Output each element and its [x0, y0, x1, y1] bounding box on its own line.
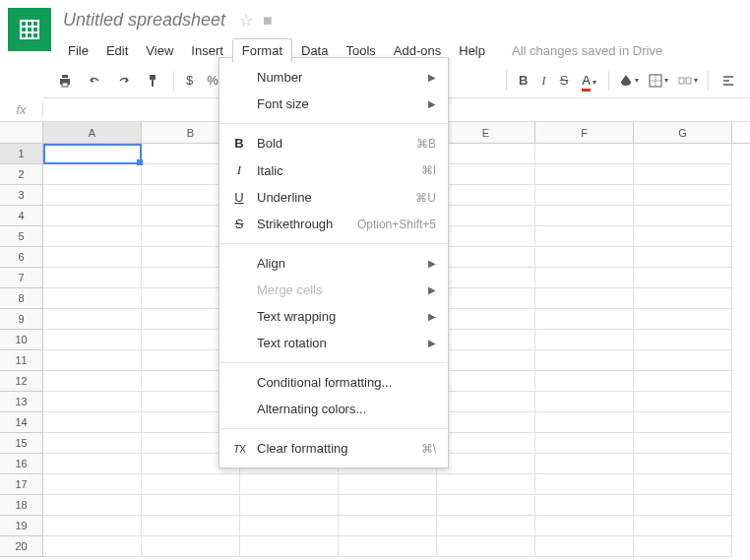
menu-format[interactable]: Format — [232, 38, 292, 63]
menu-item-italic[interactable]: IItalic⌘I — [219, 156, 448, 184]
row-header-9[interactable]: 9 — [0, 309, 43, 330]
cell-G8[interactable] — [634, 288, 732, 309]
row-header-13[interactable]: 13 — [0, 392, 43, 412]
sheets-logo[interactable] — [8, 8, 51, 51]
redo-button[interactable] — [110, 68, 138, 93]
row-header-19[interactable]: 19 — [0, 516, 43, 536]
document-title[interactable]: Untitled spreadsheet — [59, 8, 229, 32]
menu-item-text-wrapping[interactable]: Text wrapping▶ — [219, 303, 448, 330]
cell-C18[interactable] — [240, 495, 339, 516]
row-header-2[interactable]: 2 — [0, 164, 43, 185]
column-header-F[interactable]: F — [535, 122, 634, 143]
row-header-6[interactable]: 6 — [0, 247, 43, 268]
cell-F11[interactable] — [535, 350, 634, 371]
cell-G14[interactable] — [634, 412, 732, 433]
cell-F10[interactable] — [535, 330, 634, 350]
cell-G20[interactable] — [634, 536, 732, 557]
cell-F4[interactable] — [535, 206, 634, 226]
align-button[interactable] — [715, 68, 742, 93]
cell-C20[interactable] — [240, 536, 339, 557]
cell-G15[interactable] — [634, 433, 732, 454]
cell-A15[interactable] — [43, 433, 142, 454]
borders-button[interactable]: ▾ — [645, 68, 672, 93]
menu-item-alternating-colors-[interactable]: Alternating colors... — [219, 396, 448, 422]
print-button[interactable] — [51, 68, 79, 93]
cell-G12[interactable] — [634, 371, 732, 392]
row-header-17[interactable]: 17 — [0, 474, 43, 495]
cell-E16[interactable] — [437, 454, 535, 474]
menu-item-strikethrough[interactable]: SStrikethroughOption+Shift+5 — [219, 211, 448, 237]
folder-icon[interactable]: ■ — [263, 12, 273, 30]
cell-G16[interactable] — [634, 454, 732, 474]
cell-E20[interactable] — [437, 536, 535, 557]
cell-A17[interactable] — [43, 474, 142, 495]
cell-A4[interactable] — [43, 206, 142, 226]
menu-item-underline[interactable]: UUnderline⌘U — [219, 184, 448, 211]
cell-E10[interactable] — [437, 330, 535, 350]
menu-item-text-rotation[interactable]: Text rotation▶ — [219, 330, 448, 356]
cell-E1[interactable] — [437, 144, 535, 164]
cell-F6[interactable] — [535, 247, 634, 268]
cell-E4[interactable] — [437, 206, 535, 226]
cell-G18[interactable] — [634, 495, 732, 516]
row-header-16[interactable]: 16 — [0, 454, 43, 474]
star-icon[interactable]: ☆ — [239, 11, 253, 30]
cell-F8[interactable] — [535, 288, 634, 309]
column-header-A[interactable]: A — [43, 122, 142, 143]
cell-E11[interactable] — [437, 350, 535, 371]
cell-F19[interactable] — [535, 516, 634, 536]
cell-G11[interactable] — [634, 350, 732, 371]
cell-F5[interactable] — [535, 226, 634, 247]
select-all-corner[interactable] — [0, 122, 43, 143]
menu-item-clear-formatting[interactable]: TClear formatting⌘\ — [219, 435, 448, 462]
cell-E17[interactable] — [437, 474, 535, 495]
paint-format-button[interactable] — [140, 68, 167, 93]
menu-file[interactable]: File — [59, 39, 97, 62]
cell-G3[interactable] — [634, 185, 732, 206]
merge-button[interactable]: ▾ — [674, 68, 702, 93]
cell-F2[interactable] — [535, 164, 634, 185]
cell-A13[interactable] — [43, 392, 142, 412]
cell-A3[interactable] — [43, 185, 142, 206]
cell-A6[interactable] — [43, 247, 142, 268]
cell-E14[interactable] — [437, 412, 535, 433]
cell-B20[interactable] — [142, 536, 240, 557]
cell-A14[interactable] — [43, 412, 142, 433]
cell-E19[interactable] — [437, 516, 535, 536]
cell-A10[interactable] — [43, 330, 142, 350]
row-header-18[interactable]: 18 — [0, 495, 43, 516]
cell-A20[interactable] — [43, 536, 142, 557]
column-header-E[interactable]: E — [437, 122, 535, 143]
cell-G19[interactable] — [634, 516, 732, 536]
cell-F16[interactable] — [535, 454, 634, 474]
row-header-12[interactable]: 12 — [0, 371, 43, 392]
cell-C19[interactable] — [240, 516, 339, 536]
cell-B18[interactable] — [142, 495, 240, 516]
cell-A2[interactable] — [43, 164, 142, 185]
row-header-15[interactable]: 15 — [0, 433, 43, 454]
cell-G10[interactable] — [634, 330, 732, 350]
cell-A1[interactable] — [43, 144, 142, 164]
bold-button[interactable]: B — [513, 73, 533, 88]
cell-G2[interactable] — [634, 164, 732, 185]
cell-A7[interactable] — [43, 268, 142, 288]
undo-button[interactable] — [81, 68, 108, 93]
cell-A19[interactable] — [43, 516, 142, 536]
row-header-3[interactable]: 3 — [0, 185, 43, 206]
cell-G9[interactable] — [634, 309, 732, 330]
cell-E3[interactable] — [437, 185, 535, 206]
cell-G7[interactable] — [634, 268, 732, 288]
cell-F13[interactable] — [535, 392, 634, 412]
currency-button[interactable]: $ — [180, 73, 199, 88]
row-header-1[interactable]: 1 — [0, 144, 43, 164]
cell-A12[interactable] — [43, 371, 142, 392]
row-header-8[interactable]: 8 — [0, 288, 43, 309]
cell-F18[interactable] — [535, 495, 634, 516]
cell-F12[interactable] — [535, 371, 634, 392]
menu-edit[interactable]: Edit — [97, 39, 137, 62]
row-header-4[interactable]: 4 — [0, 206, 43, 226]
cell-G13[interactable] — [634, 392, 732, 412]
cell-E12[interactable] — [437, 371, 535, 392]
cell-F1[interactable] — [535, 144, 634, 164]
cell-G4[interactable] — [634, 206, 732, 226]
